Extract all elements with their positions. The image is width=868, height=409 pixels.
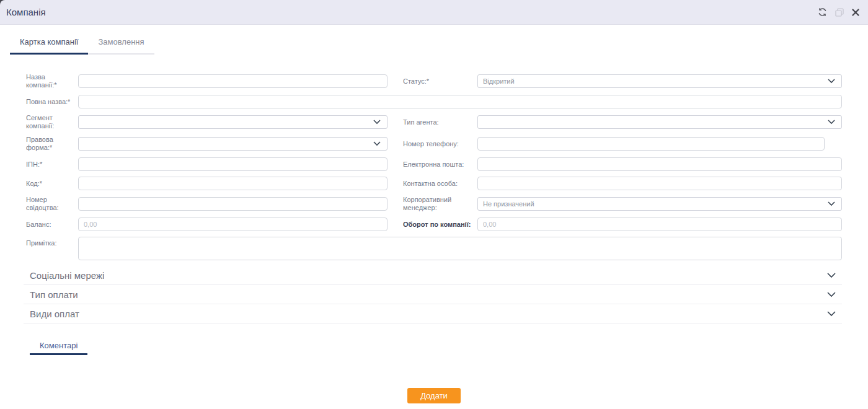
ipn-label: ІПН:* [26,161,78,169]
section-social-networks[interactable]: Соціальні мережі [24,266,842,285]
turnover-label: Оборот по компанії: [403,221,477,229]
tab-comments[interactable]: Коментарі [30,337,87,355]
form-row: Правова форма:* Номер телефону: [26,136,842,152]
segment-select[interactable] [78,115,388,129]
status-select[interactable]: Відкритий [477,74,842,88]
form-row: ІПН:* Електронна пошта: [26,157,842,171]
email-label: Електронна пошта: [403,161,477,169]
section-payment-kinds[interactable]: Види оплат [24,304,842,323]
ipn-input[interactable] [78,157,388,171]
close-icon[interactable] [852,9,859,16]
company-form: Назва компанії:* Статус:* Відкритий Повн… [26,73,842,260]
tab-company-card[interactable]: Картка компанії [10,30,88,55]
chevron-down-icon [828,120,835,125]
legal-form-label: Правова форма:* [26,136,78,152]
form-row: Повна назва:* [26,95,842,108]
balance-label: Баланс: [26,221,78,229]
chevron-down-icon [373,141,381,146]
manager-select-value: Не призначений [483,200,534,208]
full-name-input[interactable] [78,95,842,108]
tab-orders[interactable]: Замовлення [88,30,154,55]
certificate-input[interactable] [78,197,388,211]
code-label: Код:* [26,180,78,188]
add-button[interactable]: Додати [407,388,461,403]
certificate-label: Номер свідоцтва: [26,196,78,212]
restore-icon[interactable] [835,8,844,17]
note-label: Примітка: [26,237,78,247]
dialog-tabs: Картка компанії Замовлення [10,30,868,55]
contact-person-label: Контактна особа: [403,180,477,188]
chevron-down-icon [827,292,836,297]
turnover-input[interactable] [477,218,842,231]
agent-type-label: Тип агента: [403,118,477,126]
section-payment-type[interactable]: Тип оплати [24,285,842,304]
form-row: Баланс: Оборот по компанії: [26,218,842,231]
chevron-down-icon [827,273,836,278]
contact-person-input[interactable] [477,177,842,190]
section-label: Види оплат [30,309,79,319]
chevron-down-icon [828,201,835,206]
manager-label: Корпоративний менеджер: [403,196,477,212]
status-label: Статус:* [403,77,477,86]
dialog-footer: Додати [0,388,868,403]
phone-label: Номер телефону: [403,140,477,148]
full-name-label: Повна назва:* [26,98,78,106]
code-input[interactable] [78,177,388,190]
form-row: Назва компанії:* Статус:* Відкритий [26,73,842,89]
section-label: Соціальні мережі [30,270,104,281]
chevron-down-icon [828,79,835,84]
company-name-label: Назва компанії:* [26,73,78,89]
chevron-down-icon [373,120,381,125]
form-row: Код:* Контактна особа: [26,177,842,190]
chevron-down-icon [827,311,836,317]
dialog-header: Компанія [0,0,868,25]
form-row: Номер свідоцтва: Корпоративний менеджер:… [26,196,842,212]
balance-input[interactable] [78,218,388,231]
agent-type-select[interactable] [477,115,842,129]
segment-label: Сегмент компанії: [26,114,78,130]
manager-select[interactable]: Не призначений [477,197,842,211]
accordion-sections: Соціальні мережі Тип оплати Види оплат [24,266,842,323]
comments-tabs: Коментарі [30,337,868,355]
phone-input[interactable] [477,137,825,151]
refresh-icon[interactable] [818,7,827,17]
legal-form-select[interactable] [78,137,388,151]
status-select-value: Відкритий [483,77,515,85]
company-name-input[interactable] [78,74,388,88]
window-controls [818,7,859,17]
dialog-title: Компанія [6,7,46,17]
section-label: Тип оплати [30,289,78,300]
form-row: Сегмент компанії: Тип агента: [26,114,842,130]
email-input[interactable] [477,157,842,171]
note-textarea[interactable] [78,237,842,260]
form-row: Примітка: [26,237,842,260]
